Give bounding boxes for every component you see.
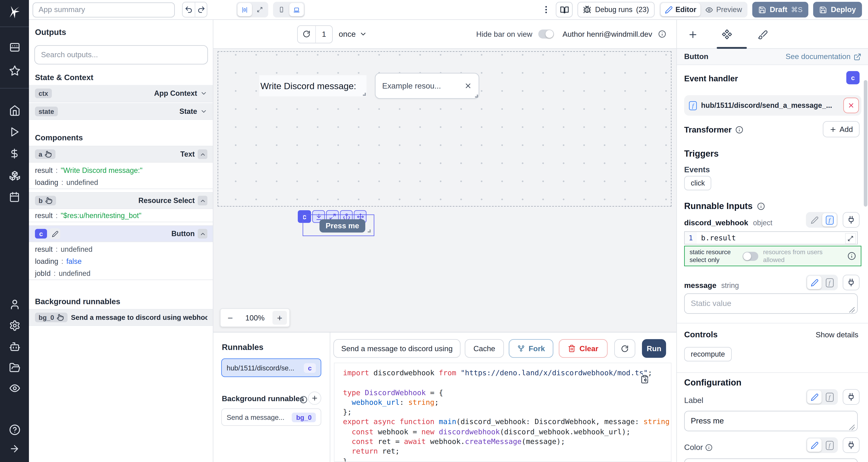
rail-item-home[interactable] [0, 102, 29, 119]
redo-button[interactable] [195, 2, 207, 17]
rail-item-settings[interactable] [0, 317, 29, 334]
tab-insert-component[interactable] [685, 27, 700, 41]
more-menu-button[interactable] [541, 5, 551, 14]
code-editor[interactable]: import discordwebhook from "https://deno… [334, 363, 672, 462]
remove-handler-button[interactable] [843, 98, 859, 113]
bg-runnable-item[interactable]: Send a message... bg_0 [221, 408, 321, 426]
component-row-b[interactable]: b Resource Select [29, 192, 213, 209]
run-button[interactable]: Run [642, 339, 666, 358]
tab-styling[interactable] [755, 27, 770, 41]
resize-handle[interactable] [475, 95, 478, 98]
connect-input-button[interactable] [843, 389, 860, 405]
static-resource-toggle[interactable] [743, 252, 758, 261]
rail-item-users[interactable] [0, 296, 29, 312]
clear-button[interactable]: Clear [559, 339, 608, 358]
c-jobid-row[interactable]: jobId:undefined [29, 267, 213, 280]
recompute-chip[interactable]: recompute [684, 347, 732, 361]
runnable-item-selected[interactable]: hub/1511/discord/se... c [221, 358, 321, 377]
zoom-out-button[interactable]: − [223, 311, 238, 325]
zoom-in-button[interactable]: + [273, 311, 287, 325]
rail-item-variables[interactable] [0, 145, 29, 162]
centered-layout-toggle[interactable] [238, 3, 252, 16]
search-outputs-input[interactable] [34, 45, 208, 64]
add-background-runnable-button[interactable] [308, 392, 321, 405]
collapse-c-button[interactable] [198, 229, 207, 238]
rail-item-expand[interactable] [0, 440, 29, 457]
chevron-down-icon[interactable] [200, 90, 207, 97]
expand-editor-button[interactable] [845, 233, 856, 244]
background-runnable-row[interactable]: bg_0 Send a message to discord using web… [29, 309, 213, 326]
c-result-row[interactable]: result:undefined [29, 243, 213, 255]
clear-selection-x-icon[interactable] [464, 82, 472, 90]
rail-item-help[interactable] [0, 421, 29, 438]
event-click-chip[interactable]: click [684, 176, 711, 190]
message-static-value-input[interactable] [684, 293, 858, 314]
hide-bar-toggle[interactable] [538, 30, 554, 38]
app-summary-input[interactable] [33, 2, 175, 17]
debug-runs-button[interactable]: Debug runs (23) [578, 2, 654, 18]
canvas-grid[interactable]: Write Discord message: Example resou... … [218, 51, 672, 207]
static-mode-button[interactable] [807, 213, 822, 227]
copy-code-button[interactable] [640, 375, 649, 384]
resize-handle[interactable] [363, 93, 366, 96]
show-details-link[interactable]: Show details [815, 331, 858, 339]
static-mode-button[interactable] [807, 438, 822, 452]
see-documentation-link[interactable]: See documentation [786, 53, 861, 61]
rail-item-workers[interactable] [0, 338, 29, 355]
windmill-logo[interactable] [0, 4, 29, 21]
undo-button[interactable] [183, 2, 195, 17]
runnable-name-input[interactable]: Send a message to discord using [333, 339, 461, 358]
label-value-input[interactable]: Press me [684, 411, 858, 431]
output-row-state[interactable]: state State [29, 103, 213, 120]
panel-scrollbar-thumb[interactable] [864, 80, 867, 207]
color-value-input-partial[interactable] [684, 458, 858, 462]
rail-item-folders[interactable] [0, 359, 29, 376]
webhook-expression-editor[interactable]: 1 b.result [684, 231, 858, 244]
text-component[interactable]: Write Discord message: [259, 75, 367, 96]
event-handler-script[interactable]: f hub/1511/discord/send_a_message_... [684, 95, 861, 116]
desktop-view-toggle[interactable] [289, 3, 304, 16]
eval-mode-button[interactable]: f [822, 213, 837, 227]
selected-component-outline[interactable]: Press me [303, 214, 374, 236]
docs-button[interactable] [556, 2, 573, 18]
collapse-a-button[interactable] [198, 150, 207, 159]
cache-button[interactable]: Cache [465, 339, 504, 358]
fork-button[interactable]: Fork [509, 339, 553, 358]
press-me-button[interactable]: Press me [319, 219, 365, 232]
tab-component-settings[interactable] [720, 27, 734, 41]
resize-handle[interactable] [368, 230, 371, 232]
rail-item-schedules[interactable] [0, 189, 29, 205]
edit-id-button[interactable] [50, 228, 60, 239]
add-transformer-button[interactable]: Add [823, 121, 860, 137]
schedule-mode-dropdown[interactable]: once [339, 30, 367, 38]
eval-mode-button[interactable]: f [822, 390, 837, 403]
c-loading-row[interactable]: loading:false [29, 255, 213, 267]
rail-item-favorites[interactable] [0, 62, 29, 79]
rail-item-audit[interactable] [0, 380, 29, 396]
component-row-c[interactable]: c Button [29, 225, 213, 242]
component-row-a[interactable]: a Text [29, 146, 213, 163]
draft-button[interactable]: Draft ⌘S [752, 2, 808, 18]
rail-item-resources[interactable] [0, 167, 29, 184]
chevron-down-icon[interactable] [200, 108, 207, 115]
restart-button[interactable] [614, 339, 635, 358]
static-mode-button[interactable] [807, 390, 822, 403]
deploy-button[interactable]: Deploy [813, 2, 862, 18]
connect-input-button[interactable] [843, 275, 860, 290]
eval-mode-button[interactable]: f [822, 438, 837, 452]
refresh-count-button[interactable]: 1 [297, 25, 333, 43]
tab-preview[interactable]: Preview [701, 3, 746, 16]
rail-item-apps[interactable] [0, 38, 29, 56]
resource-select-component[interactable]: Example resou... [375, 73, 479, 99]
eval-mode-button[interactable]: f [822, 276, 837, 289]
tab-editor[interactable]: Editor [660, 3, 701, 16]
mobile-view-toggle[interactable] [274, 3, 289, 16]
collapse-b-button[interactable] [198, 196, 207, 205]
a-loading-row[interactable]: loading:undefined [29, 176, 213, 189]
b-result-row[interactable]: result:"$res:u/henri/testing_bot" [29, 209, 213, 222]
fullscreen-toggle[interactable] [253, 3, 267, 16]
rail-item-runs[interactable] [0, 124, 29, 140]
static-mode-button[interactable] [807, 276, 822, 289]
a-result-row[interactable]: result:"Write Discord message:" [29, 164, 213, 176]
connect-input-button[interactable] [843, 212, 860, 228]
